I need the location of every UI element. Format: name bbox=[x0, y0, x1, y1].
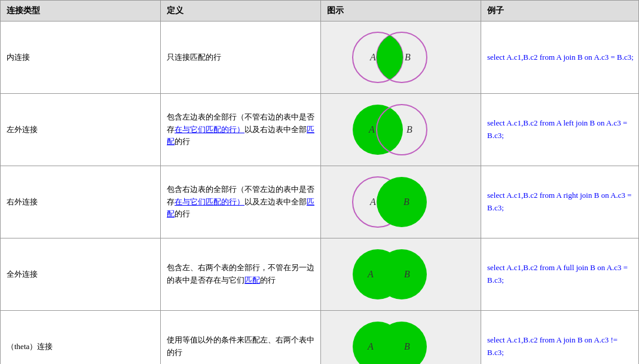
def-theta: 使用等值以外的条件来匹配左、右两个表中的行 bbox=[161, 311, 321, 364]
row-inner-join: 内连接 只连接匹配的行 bbox=[1, 22, 638, 94]
diagram-right: A B bbox=[321, 166, 481, 238]
svg-text:A: A bbox=[367, 341, 374, 351]
svg-text:A: A bbox=[369, 197, 376, 207]
diagram-theta: A B bbox=[321, 311, 481, 364]
svg-point-17 bbox=[377, 249, 427, 299]
svg-point-8 bbox=[353, 105, 403, 155]
type-left: 左外连接 bbox=[1, 94, 161, 166]
svg-text:B: B bbox=[403, 197, 409, 207]
example-left: select A.c1,B.c2 from A left join B on A… bbox=[481, 94, 639, 166]
example-full: select A.c1,B.c2 from A full join B on A… bbox=[481, 238, 639, 310]
type-full: 全外连接 bbox=[1, 238, 161, 310]
def-full: 包含左、右两个表的全部行，不管在另一边的表中是否存在与它们匹配的行 bbox=[161, 238, 321, 310]
row-theta-join: （theta）连接 使用等值以外的条件来匹配左、右两个表中的行 bbox=[1, 311, 638, 364]
header-definition: 定义 bbox=[161, 1, 321, 21]
venn-theta: A B bbox=[327, 317, 447, 364]
svg-text:B: B bbox=[404, 269, 410, 279]
example-right: select A.c1,B.c2 from A right join B on … bbox=[481, 166, 639, 238]
svg-text:B: B bbox=[406, 124, 412, 134]
venn-full: A B bbox=[327, 244, 447, 304]
type-right: 右外连接 bbox=[1, 166, 161, 238]
example-theta: select A.c1,B.c2 from A join B on A.c3 !… bbox=[481, 311, 639, 364]
svg-text:B: B bbox=[404, 341, 410, 351]
svg-text:B: B bbox=[405, 52, 411, 62]
row-left-join: 左外连接 包含左边表的全部行（不管右边的表中是否存在与它们匹配的行）以及右边表中… bbox=[1, 94, 638, 166]
type-theta: （theta）连接 bbox=[1, 311, 161, 364]
type-inner: 内连接 bbox=[1, 22, 161, 93]
svg-text:A: A bbox=[369, 52, 376, 62]
svg-text:A: A bbox=[367, 269, 374, 279]
header-diagram: 图示 bbox=[321, 1, 481, 21]
example-inner: select A.c1,B.c2 from A join B on A.c3 =… bbox=[481, 22, 639, 93]
venn-right: A B bbox=[327, 172, 447, 232]
join-types-table: 连接类型 定义 图示 例子 内连接 只连接匹配的行 bbox=[0, 0, 639, 364]
row-full-join: 全外连接 包含左、右两个表的全部行，不管在另一边的表中是否存在与它们匹配的行 A… bbox=[1, 238, 638, 311]
venn-left: A B bbox=[327, 100, 447, 160]
diagram-inner: A B bbox=[321, 22, 481, 93]
def-inner: 只连接匹配的行 bbox=[161, 22, 321, 93]
svg-point-13 bbox=[377, 177, 427, 227]
svg-text:A: A bbox=[368, 124, 375, 134]
diagram-left: A B bbox=[321, 94, 481, 166]
table-header: 连接类型 定义 图示 例子 bbox=[1, 1, 638, 22]
header-example: 例子 bbox=[481, 1, 639, 21]
header-type: 连接类型 bbox=[1, 1, 161, 21]
def-left: 包含左边表的全部行（不管右边的表中是否存在与它们匹配的行）以及右边表中全部匹配的… bbox=[161, 94, 321, 166]
diagram-full: A B bbox=[321, 238, 481, 310]
venn-inner: A B bbox=[327, 27, 447, 87]
row-right-join: 右外连接 包含右边表的全部行（不管左边的表中是否存在与它们匹配的行）以及左边表中… bbox=[1, 166, 638, 238]
def-right: 包含右边表的全部行（不管左边的表中是否存在与它们匹配的行）以及左边表中全部匹配的… bbox=[161, 166, 321, 238]
